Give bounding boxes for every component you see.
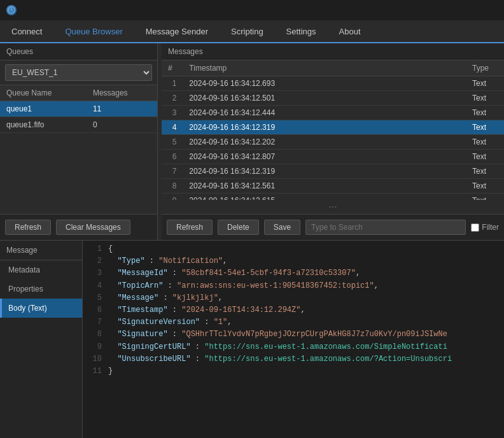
message-row[interactable]: 92024-09-16 16:34:12.615Text (162, 194, 504, 201)
menu-about[interactable]: About (328, 20, 372, 42)
queue-messages-cell: 0 (87, 117, 157, 133)
msg-timestamp: 2024-09-16 16:34:12.615 (183, 194, 466, 201)
msg-timestamp: 2024-09-16 16:34:12.693 (183, 76, 466, 91)
line-content: "SigningCertURL" : "https://sns.eu-west-… (108, 341, 504, 353)
code-line: 7 "SignatureVersion" : "1", (83, 316, 504, 328)
code-line: 8 "Signature" : "QSHhrTTclYvdvN7pRgbejJO… (83, 328, 504, 341)
msg-type: Text (466, 150, 504, 164)
msg-num: 1 (162, 76, 183, 91)
close-button[interactable] (489, 6, 498, 15)
code-line: 6 "Timestamp" : "2024-09-16T14:34:12.294… (83, 304, 504, 316)
queue-region-selector: EU_WEST_1 US_EAST_1 AP_SOUTHEAST_1 (0, 60, 157, 85)
title-bar (0, 0, 504, 20)
messages-panel: Messages # Timestamp Type 12024-09-16 16… (162, 43, 504, 240)
tab-properties[interactable]: Properties (0, 279, 82, 299)
messages-header: Messages (162, 43, 504, 60)
msg-timestamp: 2024-09-16 16:34:12.444 (183, 106, 466, 120)
main-container: Queues EU_WEST_1 US_EAST_1 AP_SOUTHEAST_… (0, 43, 504, 438)
message-row[interactable]: 62024-09-16 16:34:12.807Text (162, 150, 504, 164)
msg-timestamp: 2024-09-16 16:34:12.807 (183, 150, 466, 164)
messages-header: Messages (87, 85, 157, 101)
msg-num: 4 (162, 120, 183, 135)
message-row[interactable]: 52024-09-16 16:34:12.202Text (162, 135, 504, 150)
line-content: { (108, 243, 504, 255)
code-line: 10 "UnsubscribeURL" : "https://sns.eu-we… (83, 353, 504, 365)
search-input[interactable] (305, 220, 466, 235)
message-row[interactable]: 72024-09-16 16:34:12.319Text (162, 164, 504, 179)
message-row[interactable]: 22024-09-16 16:34:12.501Text (162, 91, 504, 106)
msg-timestamp: 2024-09-16 16:34:12.501 (183, 91, 466, 106)
top-panels: Queues EU_WEST_1 US_EAST_1 AP_SOUTHEAST_… (0, 43, 504, 241)
tab-body[interactable]: Body (Text) (0, 299, 82, 318)
code-line: 5 "Message" : "kjlkjlkj", (83, 292, 504, 304)
msg-type-header: Type (466, 60, 504, 76)
clear-messages-button[interactable]: Clear Messages (56, 220, 130, 235)
queue-name-cell: queue1 (0, 101, 87, 117)
msg-num: 6 (162, 150, 183, 164)
queue-row[interactable]: queue111 (0, 101, 157, 117)
message-row[interactable]: 12024-09-16 16:34:12.693Text (162, 76, 504, 91)
msg-timestamp: 2024-09-16 16:34:12.319 (183, 120, 466, 135)
line-content: "SignatureVersion" : "1", (108, 316, 504, 328)
msg-type: Text (466, 164, 504, 179)
msg-type: Text (466, 179, 504, 194)
message-row[interactable]: 82024-09-16 16:34:12.561Text (162, 179, 504, 194)
delete-button[interactable]: Delete (218, 220, 259, 235)
msg-num: 5 (162, 135, 183, 150)
line-number: 9 (83, 341, 108, 353)
filter-area: Filter (471, 223, 499, 232)
msg-timestamp: 2024-09-16 16:34:12.202 (183, 135, 466, 150)
line-number: 2 (83, 255, 108, 267)
menu-message-sender[interactable]: Message Sender (134, 20, 220, 42)
messages-table: # Timestamp Type 12024-09-16 16:34:12.69… (162, 60, 504, 200)
line-content: "Signature" : "QSHhrTTclYvdvN7pRgbejJOzr… (108, 328, 504, 341)
message-sidebar: Message Metadata Properties Body (Text) (0, 241, 83, 438)
line-number: 6 (83, 304, 108, 316)
msg-timestamp-header: Timestamp (183, 60, 466, 76)
maximize-button[interactable] (475, 6, 484, 15)
line-number: 5 (83, 292, 108, 304)
line-number: 7 (83, 316, 108, 328)
menu-scripting[interactable]: Scripting (220, 20, 275, 42)
filter-checkbox[interactable] (471, 223, 479, 232)
queues-header: Queues (0, 43, 157, 60)
msg-num: 8 (162, 179, 183, 194)
messages-refresh-button[interactable]: Refresh (167, 220, 213, 235)
msg-type: Text (466, 91, 504, 106)
queue-name-header: Queue Name (0, 85, 87, 101)
tab-metadata[interactable]: Metadata (0, 260, 82, 279)
line-content: "MessageId" : "58cbf841-54e1-5cbf-94f3-a… (108, 267, 504, 279)
msg-type: Text (466, 106, 504, 120)
menu-connect[interactable]: Connect (0, 20, 53, 42)
line-content: "TopicArn" : "arn:aws:sns:eu-west-1:9054… (108, 280, 504, 292)
queue-name-cell: queue1.fifo (0, 117, 87, 133)
queues-refresh-button[interactable]: Refresh (5, 220, 51, 235)
msg-type: Text (466, 194, 504, 201)
code-line: 11} (83, 365, 504, 378)
message-detail-header: Message (0, 241, 82, 260)
message-row[interactable]: 42024-09-16 16:34:12.319Text (162, 120, 504, 135)
code-line: 9 "SigningCertURL" : "https://sns.eu-wes… (83, 341, 504, 353)
minimize-button[interactable] (461, 6, 470, 15)
menu-bar: Connect Queue Browser Message Sender Scr… (0, 20, 504, 43)
message-row[interactable]: 32024-09-16 16:34:12.444Text (162, 106, 504, 120)
menu-settings[interactable]: Settings (275, 20, 328, 42)
code-line: 1{ (83, 243, 504, 255)
msg-num: 9 (162, 194, 183, 201)
line-content: "Message" : "kjlkjlkj", (108, 292, 504, 304)
save-button[interactable]: Save (264, 220, 300, 235)
region-dropdown[interactable]: EU_WEST_1 US_EAST_1 AP_SOUTHEAST_1 (5, 64, 152, 81)
menu-queue-browser[interactable]: Queue Browser (53, 20, 134, 43)
queue-messages-cell: 11 (87, 101, 157, 117)
more-options-dots: ··· (162, 200, 504, 214)
line-content: } (108, 365, 504, 378)
code-line: 4 "TopicArn" : "arn:aws:sns:eu-west-1:90… (83, 280, 504, 292)
line-number: 4 (83, 280, 108, 292)
line-number: 10 (83, 353, 108, 365)
msg-timestamp: 2024-09-16 16:34:12.319 (183, 164, 466, 179)
queues-panel: Queues EU_WEST_1 US_EAST_1 AP_SOUTHEAST_… (0, 43, 158, 240)
queue-row[interactable]: queue1.fifo0 (0, 117, 157, 133)
msg-timestamp: 2024-09-16 16:34:12.561 (183, 179, 466, 194)
queue-table: Queue Name Messages queue111queue1.fifo0 (0, 85, 157, 214)
line-content: "UnsubscribeURL" : "https://sns.eu-west-… (108, 353, 504, 365)
